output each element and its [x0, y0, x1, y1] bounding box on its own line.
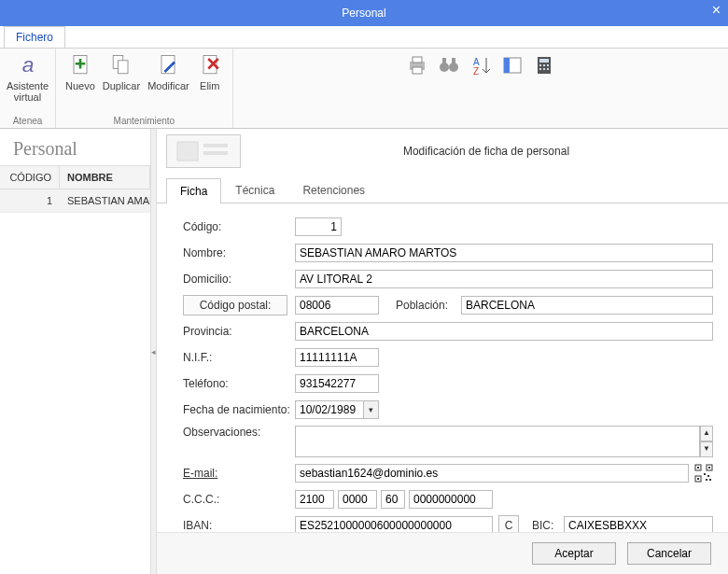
label-bic: BIC:	[532, 519, 564, 532]
left-pane: Personal CÓDIGO NOMBRE 1 SEBASTIAN AMARO…	[0, 129, 151, 574]
label-codigo: Código:	[183, 220, 295, 233]
observaciones-field[interactable]	[295, 426, 700, 457]
svg-point-9	[440, 63, 449, 72]
label-poblacion: Población:	[396, 299, 461, 312]
ccc3-field[interactable]	[381, 490, 405, 509]
svg-rect-24	[547, 68, 549, 70]
svg-rect-27	[203, 151, 228, 155]
svg-text:a: a	[21, 52, 34, 77]
grid-header: CÓDIGO NOMBRE	[0, 166, 150, 189]
record-thumbnail[interactable]	[166, 134, 241, 168]
svg-rect-19	[539, 64, 541, 66]
menu-tab-row: Fichero	[0, 26, 728, 49]
email-field[interactable]	[295, 464, 689, 483]
ccc1-field[interactable]	[295, 490, 334, 509]
svg-rect-18	[539, 59, 549, 63]
duplicate-icon	[108, 52, 134, 78]
title-bar: Personal ×	[0, 0, 728, 26]
tab-ficha[interactable]: Ficha	[166, 178, 221, 203]
svg-rect-3	[118, 61, 128, 74]
edit-icon	[155, 52, 181, 78]
svg-rect-11	[442, 58, 446, 63]
telefono-field[interactable]	[295, 374, 379, 393]
svg-text:Z: Z	[473, 66, 479, 77]
sort-icon[interactable]: AZ	[469, 54, 492, 79]
svg-rect-7	[413, 57, 422, 63]
svg-rect-33	[697, 478, 699, 480]
modificar-button[interactable]: Modificar	[147, 52, 189, 91]
label-ccc: C.C.C.:	[183, 493, 295, 506]
print-icon[interactable]	[406, 54, 428, 79]
nif-field[interactable]	[295, 348, 379, 367]
ribbon: a Asistentevirtual Atenea Nuevo Duplicar…	[0, 49, 728, 129]
duplicar-button[interactable]: Duplicar	[103, 52, 140, 91]
bic-field[interactable]	[564, 516, 713, 532]
svg-rect-35	[707, 475, 709, 477]
codigo-postal-field[interactable]	[295, 296, 379, 315]
label-telefono: Teléfono:	[183, 377, 295, 390]
col-header-nombre[interactable]: NOMBRE	[60, 166, 150, 189]
ccc4-field[interactable]	[409, 490, 493, 509]
left-heading: Personal	[0, 129, 150, 165]
scroll-down-icon[interactable]: ▼	[700, 441, 713, 457]
svg-rect-34	[704, 473, 706, 475]
cancelar-button[interactable]: Cancelar	[627, 542, 711, 565]
new-file-icon	[67, 52, 93, 78]
cell-nombre: SEBASTIAN AMARO MART	[60, 189, 150, 212]
image-placeholder-icon	[175, 140, 231, 162]
detail-dialog: Modificación de ficha de personal Ficha …	[157, 129, 728, 574]
svg-rect-20	[543, 64, 545, 66]
provincia-field[interactable]	[295, 322, 713, 341]
grid: CÓDIGO NOMBRE 1 SEBASTIAN AMARO MART	[0, 165, 150, 213]
nuevo-button[interactable]: Nuevo	[65, 52, 95, 91]
close-icon[interactable]: ×	[712, 2, 721, 19]
binoculars-icon[interactable]	[438, 54, 460, 79]
aceptar-button[interactable]: Aceptar	[532, 542, 616, 565]
tab-tecnica[interactable]: Técnica	[221, 177, 288, 203]
svg-rect-36	[706, 479, 707, 481]
label-email[interactable]: E-mail:	[183, 467, 295, 480]
form-area: Código: Nombre: Domicilio: Código postal…	[157, 203, 728, 532]
calculator-icon[interactable]	[533, 54, 555, 79]
poblacion-field[interactable]	[461, 296, 713, 315]
svg-rect-25	[177, 142, 198, 161]
domicilio-field[interactable]	[295, 270, 713, 288]
scroll-up-icon[interactable]: ▲	[700, 426, 713, 441]
nombre-field[interactable]	[295, 244, 713, 262]
svg-rect-22	[539, 68, 541, 70]
qr-icon[interactable]	[694, 464, 713, 483]
ribbon-group-label-atenea: Atenea	[13, 116, 43, 126]
menu-fichero[interactable]: Fichero	[4, 26, 65, 48]
svg-rect-8	[413, 67, 422, 74]
svg-rect-21	[547, 64, 549, 66]
cell-codigo: 1	[0, 189, 60, 212]
col-header-codigo[interactable]: CÓDIGO	[0, 166, 60, 189]
codigo-field[interactable]	[295, 217, 342, 236]
main-area: Personal CÓDIGO NOMBRE 1 SEBASTIAN AMARO…	[0, 129, 728, 574]
window-title: Personal	[342, 7, 385, 20]
label-nombre: Nombre:	[183, 246, 295, 259]
dialog-tabs: Ficha Técnica Retenciones	[157, 177, 728, 203]
svg-rect-37	[709, 479, 711, 481]
label-observaciones: Observaciones:	[183, 426, 295, 439]
svg-rect-12	[452, 58, 455, 63]
fecha-nac-field[interactable]: ▾	[295, 400, 379, 419]
tab-retenciones[interactable]: Retenciones	[288, 177, 379, 203]
table-row[interactable]: 1 SEBASTIAN AMARO MART	[0, 189, 150, 213]
c-button[interactable]: C	[498, 515, 519, 532]
codigo-postal-button[interactable]: Código postal:	[183, 295, 287, 315]
label-domicilio: Domicilio:	[183, 273, 295, 286]
asistente-virtual-button[interactable]: a Asistentevirtual	[7, 52, 49, 103]
ccc2-field[interactable]	[338, 490, 377, 509]
dialog-title: Modificación de ficha de personal	[254, 145, 719, 158]
dialog-button-bar: Aceptar Cancelar	[157, 532, 728, 574]
svg-rect-23	[543, 68, 545, 70]
chevron-down-icon[interactable]: ▾	[364, 400, 379, 419]
svg-rect-16	[504, 58, 510, 73]
svg-rect-31	[708, 467, 710, 469]
label-fecha-nac: Fecha de nacimiento:	[183, 403, 295, 416]
eliminar-button[interactable]: Elim	[197, 52, 223, 91]
columns-icon[interactable]	[501, 54, 524, 79]
iban-field[interactable]	[295, 516, 493, 532]
svg-rect-29	[697, 467, 699, 469]
